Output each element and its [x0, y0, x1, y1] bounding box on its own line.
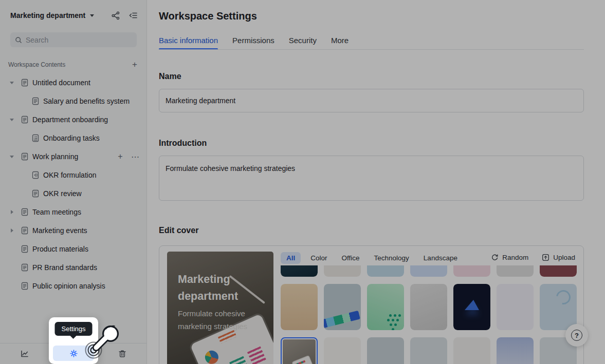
app-window: Marketing department: [0, 0, 605, 364]
gear-icon: [69, 349, 78, 358]
guide-dim-overlay: [0, 0, 605, 364]
click-hand-cursor-icon: [82, 316, 124, 361]
